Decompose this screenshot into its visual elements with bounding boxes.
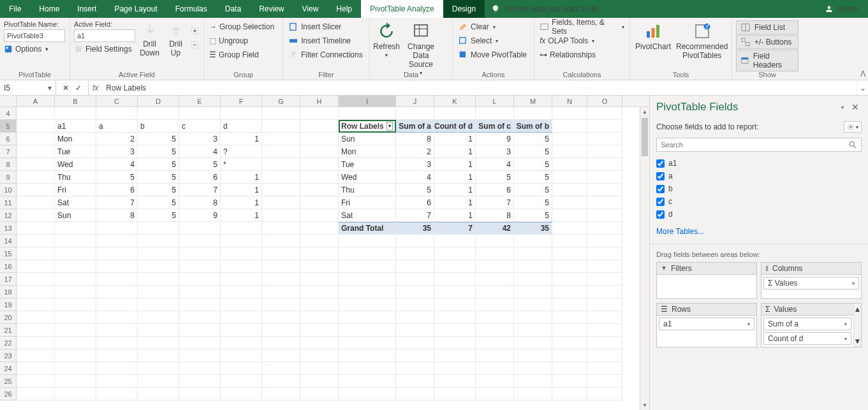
row-header[interactable]: 6: [0, 133, 17, 145]
cell[interactable]: [179, 349, 221, 362]
cell[interactable]: Sum of b: [514, 120, 552, 133]
cell[interactable]: [587, 298, 622, 311]
cell[interactable]: [138, 260, 179, 273]
cell[interactable]: [514, 388, 552, 400]
cell[interactable]: [339, 273, 396, 286]
cell[interactable]: 5: [138, 196, 179, 209]
cell[interactable]: [552, 171, 587, 184]
cell[interactable]: [138, 222, 179, 235]
cell[interactable]: [587, 260, 622, 273]
cell[interactable]: [300, 362, 339, 375]
field-checkbox[interactable]: [656, 159, 665, 168]
cell[interactable]: Fri: [55, 184, 96, 196]
tab-data[interactable]: Data: [216, 0, 250, 18]
cell[interactable]: *: [221, 158, 262, 171]
cell[interactable]: [55, 349, 96, 362]
cell[interactable]: [17, 222, 55, 235]
field-list-item[interactable]: d: [656, 208, 862, 221]
column-header[interactable]: N: [552, 96, 587, 106]
cell[interactable]: [138, 235, 179, 247]
cell[interactable]: [300, 209, 339, 222]
cell[interactable]: [221, 337, 262, 349]
cell[interactable]: [179, 337, 221, 349]
cell[interactable]: [339, 388, 396, 400]
cell[interactable]: 5: [138, 133, 179, 145]
tab-design[interactable]: Design: [443, 0, 485, 18]
row-header[interactable]: 20: [0, 311, 17, 324]
cell[interactable]: [514, 362, 552, 375]
cell[interactable]: [552, 298, 587, 311]
active-field-input[interactable]: [74, 29, 135, 42]
cell[interactable]: [179, 362, 221, 375]
ungroup-button[interactable]: ⬚Ungroup: [208, 34, 276, 47]
cancel-formula-button[interactable]: ✕: [63, 84, 69, 92]
cell[interactable]: [262, 171, 300, 184]
values-area-item[interactable]: Sum of a▾: [763, 318, 851, 330]
cell[interactable]: [552, 196, 587, 209]
cell[interactable]: [17, 184, 55, 196]
column-header[interactable]: J: [396, 96, 434, 106]
cell[interactable]: [587, 349, 622, 362]
cell[interactable]: [17, 171, 55, 184]
cell[interactable]: [17, 388, 55, 400]
insert-slicer-button[interactable]: Insert Slicer: [287, 20, 364, 33]
cell[interactable]: [138, 286, 179, 298]
cell[interactable]: [96, 349, 138, 362]
cell[interactable]: [179, 260, 221, 273]
cell[interactable]: 4: [179, 145, 221, 158]
cell[interactable]: 3: [476, 145, 514, 158]
cell[interactable]: [552, 145, 587, 158]
drill-down-button[interactable]: Drill Down: [138, 20, 161, 59]
cell[interactable]: [476, 273, 514, 286]
cell[interactable]: 3: [96, 145, 138, 158]
row-header[interactable]: 17: [0, 273, 17, 286]
cell[interactable]: [138, 107, 179, 120]
cell[interactable]: 8: [476, 209, 514, 222]
values-area-item[interactable]: Count of d▾: [763, 332, 851, 345]
cell[interactable]: [587, 375, 622, 388]
recommended-pivottables-button[interactable]: ? Recommended PivotTables: [675, 20, 729, 61]
cell[interactable]: [434, 349, 476, 362]
column-header[interactable]: C: [96, 96, 138, 106]
column-header[interactable]: O: [587, 96, 622, 106]
group-field-button[interactable]: ☰Group Field: [208, 48, 276, 61]
cell[interactable]: 7: [434, 222, 476, 235]
enter-formula-button[interactable]: ✓: [75, 84, 82, 92]
cell[interactable]: 5: [514, 196, 552, 209]
fields-search-input[interactable]: [661, 141, 848, 149]
cell[interactable]: [396, 247, 434, 260]
cell[interactable]: ?: [221, 145, 262, 158]
cell[interactable]: [262, 184, 300, 196]
cell[interactable]: a1: [55, 120, 96, 133]
cell[interactable]: [339, 298, 396, 311]
cell[interactable]: 6: [476, 184, 514, 196]
cell[interactable]: [552, 107, 587, 120]
cell[interactable]: [514, 247, 552, 260]
cell[interactable]: [514, 298, 552, 311]
cell[interactable]: [396, 286, 434, 298]
cell[interactable]: [300, 349, 339, 362]
column-header[interactable]: B: [55, 96, 96, 106]
cell[interactable]: 7: [396, 209, 434, 222]
cell[interactable]: [138, 362, 179, 375]
cell[interactable]: a: [96, 120, 138, 133]
cell[interactable]: 8: [96, 209, 138, 222]
cell[interactable]: [396, 388, 434, 400]
cell[interactable]: [587, 324, 622, 337]
row-header[interactable]: 26: [0, 388, 17, 400]
tab-formulas[interactable]: Formulas: [166, 0, 216, 18]
cell[interactable]: [587, 107, 622, 120]
cell[interactable]: 4: [476, 158, 514, 171]
pane-layout-button[interactable]: ▾: [844, 121, 862, 133]
cell[interactable]: [476, 388, 514, 400]
cell[interactable]: [221, 298, 262, 311]
rows-area-item[interactable]: a1▾: [659, 318, 754, 330]
cell[interactable]: [262, 222, 300, 235]
cell[interactable]: [55, 260, 96, 273]
cell[interactable]: Mon: [55, 133, 96, 145]
cell[interactable]: [587, 247, 622, 260]
olap-tools-button[interactable]: fxOLAP Tools▾: [538, 34, 626, 47]
cell[interactable]: [17, 311, 55, 324]
cell[interactable]: 1: [434, 209, 476, 222]
cell[interactable]: [552, 222, 587, 235]
